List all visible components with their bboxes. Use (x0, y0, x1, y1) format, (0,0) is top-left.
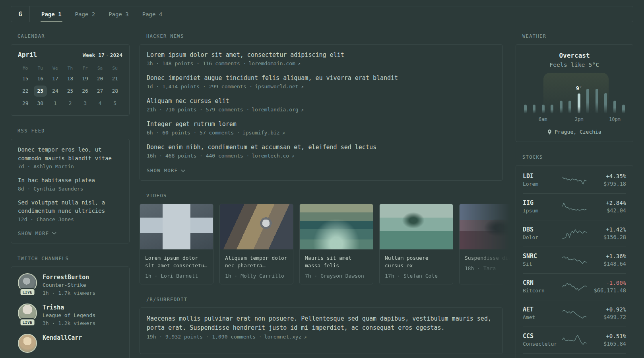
stock-values: +1.36% $148.64 (587, 252, 626, 268)
stock-row[interactable]: IIG Ipsum +2.84% $42.04 (523, 193, 626, 220)
stock-identity: SNRC Sit (523, 252, 562, 268)
calendar-weekday: Su (107, 64, 122, 73)
twitch-channel-row[interactable]: KendallCarr (18, 334, 122, 353)
stock-row[interactable]: SNRC Sit +1.36% $148.64 (523, 247, 626, 273)
external-link-icon: ↗ (301, 84, 304, 90)
video-meta: 7h · Grayson Dawson (300, 269, 373, 284)
temp-bar (542, 105, 545, 113)
rss-item-title[interactable]: Sed volutpat nulla nisl, a condimentum n… (18, 198, 122, 216)
temp-bar: 9° (578, 93, 580, 113)
hn-item-domain-link[interactable]: ipsumworld.net (255, 84, 299, 90)
nav-tab[interactable]: Page 3 (105, 6, 133, 22)
twitch-list: LIVE ForrestBurton Counter-Strike 1h · 1… (18, 273, 122, 353)
calendar-weekday: Fr (78, 64, 93, 73)
temp-bar-fill (622, 105, 625, 113)
stock-identity: CRN Bitcorn (523, 279, 562, 294)
weather-feels-like: Feels like 5°C (523, 62, 626, 68)
stock-sparkline (562, 201, 587, 212)
stock-row[interactable]: AET Amet +0.92% $499.72 (523, 300, 626, 327)
temp-bar (560, 101, 563, 113)
stock-change-percent: +2.84% (587, 199, 626, 207)
calendar-section: CALENDAR April Week 17·2024 MoTuWeThFrSa… (11, 33, 130, 116)
stock-identity: AET Amet (523, 305, 562, 321)
stock-price: $66,171.48 (587, 287, 626, 294)
temp-bar-fill (613, 101, 616, 113)
weather-hourly-chart: 9° (523, 78, 626, 113)
stock-row[interactable]: AHS +0.46% (523, 353, 626, 358)
temp-bar-fill (560, 101, 563, 113)
twitch-channel-row[interactable]: LIVE ForrestBurton Counter-Strike 1h · 1… (18, 273, 122, 297)
reddit-post-domain-link[interactable]: loremnet.xyz (264, 334, 302, 340)
calendar-day: 1 (48, 98, 62, 109)
twitch-channel-row[interactable]: LIVE Trisha League of Legends 3h · 1.2k … (18, 304, 122, 327)
hn-item-domain-link[interactable]: loremtech.co (252, 153, 289, 159)
hn-item-title[interactable]: Donec enim nibh, condimentum et accumsan… (147, 143, 496, 152)
hn-item-domain-link[interactable]: loremlandia.org (252, 107, 298, 113)
stock-identity: DBS Dolor (523, 226, 562, 241)
calendar-day: 16 (34, 73, 47, 84)
calendar-weekday: Mo (18, 64, 33, 73)
videos-section-label: VIDEOS (146, 193, 503, 198)
subreddit-section: /R/SUBREDDIT Maecenas mollis pulvinar er… (140, 297, 503, 354)
stock-identity: IIG Ipsum (523, 199, 562, 214)
twitch-game: Counter-Strike (43, 281, 95, 289)
hn-item-title[interactable]: Lorem ipsum dolor sit amet, consectetur … (147, 51, 496, 59)
stock-row[interactable]: CCS Consectetur +0.51% $165.84 (523, 327, 626, 353)
rss-item-title[interactable]: In hac habitasse platea (18, 176, 122, 185)
stock-row[interactable]: DBS Dolor +1.42% $156.28 (523, 220, 626, 247)
hn-show-more-button[interactable]: SHOW MORE (147, 167, 185, 173)
video-card[interactable]: Mauris sit amet massa felis 7h · Grayson… (299, 204, 373, 284)
calendar-day: 26 (78, 86, 92, 97)
calendar-weekday: Tu (33, 64, 48, 73)
temp-bar-fill (596, 89, 598, 113)
hn-item-domain-link[interactable]: ipsumify.biz (242, 130, 280, 136)
dashboard-page: G Page 1Page 2Page 3Page 4 CALENDAR Apri… (0, 0, 644, 358)
temp-bar-fill (578, 93, 580, 113)
stock-price: $795.18 (587, 180, 626, 188)
video-card[interactable]: Lorem ipsum dolor sit amet consectetu… 1… (140, 204, 213, 284)
hn-item: Integer eget rutrum lorem 6h · 60 points… (147, 120, 496, 136)
twitch-avatar-wrap: LIVE (18, 273, 37, 292)
video-meta: 1h · Lori Barnett (140, 269, 213, 284)
hn-item-title[interactable]: Donec imperdiet augue tincidunt felis al… (147, 74, 496, 82)
temp-bar-fill (604, 93, 607, 113)
calendar-day: 2 (64, 98, 77, 109)
stock-values: +1.42% $156.28 (587, 226, 626, 241)
hacker-news-card: Lorem ipsum dolor sit amet, consectetur … (140, 44, 503, 181)
videos-section: VIDEOS Lorem ipsum dolor sit amet consec… (140, 193, 503, 284)
app-logo[interactable]: G (11, 6, 30, 22)
video-card[interactable]: Suspendisse diam 18h · Tara (459, 204, 514, 284)
rss-show-more-button[interactable]: SHOW MORE (18, 230, 56, 236)
nav-tab[interactable]: Page 2 (71, 6, 99, 22)
nav-tab[interactable]: Page 4 (138, 6, 167, 22)
calendar-day: 23 (34, 86, 47, 97)
hn-item-domain-link[interactable]: loremdomain.com (248, 60, 295, 66)
video-card[interactable]: Nullam posuere cursus ex 17h · Stefan Co… (379, 204, 453, 284)
subreddit-section-label: /R/SUBREDDIT (146, 297, 503, 302)
stock-ticker: AET (523, 305, 562, 313)
stock-price: $499.72 (587, 313, 626, 321)
stock-row[interactable]: CRN Bitcorn -1.00% $66,171.48 (523, 273, 626, 300)
hn-item: Donec enim nibh, condimentum et accumsan… (147, 143, 496, 159)
weather-card: Overcast Feels like 5°C (516, 44, 633, 142)
stock-row[interactable]: LDI Lorem +4.35% $795.18 (523, 167, 626, 193)
temp-bar-fill (524, 105, 527, 113)
stock-company-name: Bitcorn (523, 287, 562, 294)
calendar-weekday: Th (63, 64, 78, 73)
calendar-weekday: Sa (93, 64, 108, 73)
temp-bar (568, 101, 571, 113)
hn-item-title[interactable]: Aliquam nec cursus elit (147, 97, 496, 105)
hn-item-title[interactable]: Integer eget rutrum lorem (147, 120, 496, 128)
stock-sparkline (562, 281, 587, 292)
right-column: WEATHER Overcast Feels like 5°C (516, 33, 633, 358)
hour-tick-label: 10pm (609, 117, 621, 122)
external-link-icon: ↗ (282, 130, 285, 136)
nav-tab[interactable]: Page 1 (37, 6, 66, 22)
hn-item-stats: 1d · 1,414 points · 299 comments · (147, 84, 252, 90)
rss-item-title[interactable]: Donec tempor eros leo, ut commodo mauris… (18, 146, 122, 163)
temp-bar (604, 93, 607, 113)
video-card[interactable]: Aliquam tempor dolor nec pharetra… 1h · … (219, 204, 293, 284)
calendar-day: 3 (78, 98, 92, 109)
reddit-post-title[interactable]: Maecenas mollis pulvinar erat non posuer… (147, 314, 496, 333)
twitch-channel-name: ForrestBurton (43, 273, 95, 281)
